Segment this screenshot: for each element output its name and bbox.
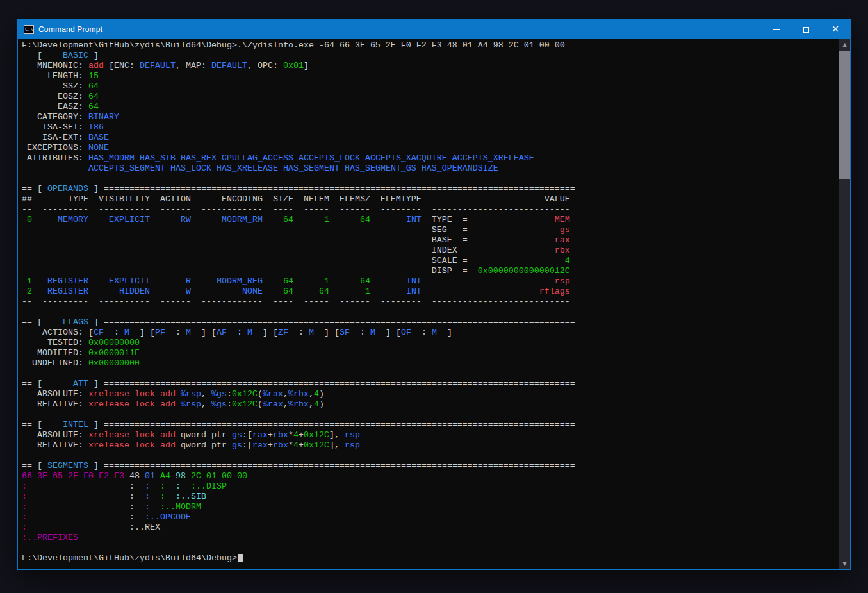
console-text-segment: ] [88, 461, 104, 471]
console-text-segment: ABSOLUTE: [22, 430, 88, 440]
console-text-segment: 4 [293, 430, 299, 440]
console-text-segment: M [124, 328, 129, 337]
console-text-segment: INT [370, 276, 422, 286]
console-text-segment [422, 287, 539, 296]
console-text-segment: SEGMENTS [47, 461, 88, 471]
console-text-segment: CATEGORY: [22, 112, 88, 122]
console-text-segment: : [135, 481, 150, 491]
console-line: : : : :..MODRM [22, 502, 839, 512]
console-area[interactable]: F:\Development\GitHub\zydis\Build64\Debu… [18, 39, 850, 569]
console-text-segment: gs [232, 440, 242, 450]
console-text-segment: : [129, 492, 135, 501]
console-text-segment: : [288, 328, 309, 337]
console-line: TESTED: 0x00000000 [22, 338, 839, 348]
console-text-segment [176, 399, 181, 409]
console-text-segment: + [299, 430, 304, 440]
console-text-segment: REGISTER HIDDEN W NONE [32, 287, 263, 296]
console-line: 1 REGISTER EXPLICIT R MODRM_REG 64 1 64 … [22, 276, 839, 287]
console-text-segment: :..REX [129, 522, 160, 532]
console-text-segment: 0x0000011F [88, 348, 140, 358]
console-text-segment: 0x00000000 [88, 358, 140, 368]
scroll-down-button[interactable]: ▼ [839, 558, 850, 569]
console-text-segment: :[ [242, 430, 252, 440]
console-line: -- --------- ---------- ------ ---------… [22, 205, 839, 215]
console-text-segment: AF [217, 328, 227, 337]
console-text-segment: 0x01 [283, 61, 304, 71]
console-text-segment: M [186, 328, 191, 337]
console-text-segment: rax [252, 440, 268, 450]
console-text-segment: 4 [293, 440, 299, 450]
console-text-segment: rflags [539, 287, 570, 296]
console-line: == [ OPERANDS ] ========================… [22, 184, 839, 194]
console-text-segment: ZF [278, 328, 288, 337]
console-text-segment: * [288, 440, 293, 450]
console-text-segment: 64 1 64 [263, 276, 370, 286]
console-line: BASE = rax [22, 235, 839, 246]
console-line: : : : : : :..DISP [22, 481, 839, 492]
console-text: F:\Development\GitHub\zydis\Build64\Debu… [22, 40, 839, 569]
console-text-segment: %rbx [288, 399, 309, 409]
scrollbar[interactable]: ▲ ▼ [839, 39, 850, 569]
title-bar[interactable]: C:\ Command Prompt × [18, 20, 850, 39]
maximize-button[interactable] [791, 20, 821, 39]
scroll-up-button[interactable]: ▲ [839, 39, 850, 50]
console-text-segment: : [22, 522, 27, 532]
console-text-segment: RELATIVE: [22, 399, 88, 409]
minimize-button[interactable] [762, 20, 791, 39]
console-text-segment: ] [88, 51, 104, 60]
console-line: EASZ: 64 [22, 102, 839, 112]
console-line: MODIFIED: 0x0000011F [22, 348, 839, 358]
console-text-segment: INT [370, 215, 422, 224]
console-line: 2 REGISTER HIDDEN W NONE 64 64 1 INT rfl… [22, 287, 839, 297]
console-text-segment: DEFAULT [140, 61, 176, 71]
console-line: RELATIVE: xrelease lock add %rsp, %gs:0x… [22, 399, 839, 410]
console-text-segment: gs [232, 430, 242, 440]
console-text-segment: ] [88, 184, 104, 194]
console-line: ACCEPTS_SEGMENT HAS_LOCK HAS_XRELEASE HA… [22, 163, 839, 174]
console-text-segment: ATT [47, 379, 88, 388]
console-text-segment: ] [437, 328, 452, 337]
console-text-segment: SEG = [432, 225, 468, 235]
console-text-segment: 0x00000000 [88, 338, 140, 347]
console-text-segment: 1 [22, 276, 32, 286]
caption-buttons: × [762, 20, 850, 39]
cmd-icon[interactable]: C:\ [24, 25, 34, 34]
console-text-segment: -- --------- ---------- ------ ---------… [22, 297, 570, 306]
text-cursor [238, 554, 243, 562]
console-text-segment: ISA-EXT: [22, 133, 88, 142]
console-text-segment: , OPC: [247, 61, 283, 71]
console-text-segment: BASE = [432, 235, 468, 245]
scrollbar-thumb[interactable] [839, 51, 850, 179]
console-text-segment: INT [370, 287, 422, 296]
console-text-segment: ] [88, 379, 104, 388]
console-text-segment: qword ptr [176, 430, 232, 440]
console-text-segment: , [309, 399, 314, 409]
console-text-segment: 64 [88, 81, 99, 91]
console-text-segment: ] [88, 420, 104, 430]
console-line: == [ SEGMENTS ] ========================… [22, 461, 839, 471]
console-text-segment: -- --------- ---------- ------ ---------… [22, 205, 570, 214]
console-text-segment: == [ [22, 317, 47, 327]
console-line [22, 410, 839, 420]
console-text-segment: ] [304, 61, 309, 71]
console-text-segment: 64 1 64 [263, 215, 370, 224]
console-text-segment: 98 [170, 471, 186, 481]
console-text-segment: ## TYPE VISIBILITY ACTION ENCODING SIZE … [22, 194, 422, 204]
console-text-segment: xrelease lock add [88, 440, 176, 450]
console-text-segment: : [165, 481, 181, 491]
console-text-segment: 0x000000000000012C [478, 266, 570, 276]
console-text-segment: 0x12C [232, 399, 258, 409]
console-text-segment: : [22, 481, 27, 491]
console-text-segment: rbx [273, 440, 288, 450]
console-text-segment: rsp [345, 440, 360, 450]
console-text-segment: CF [94, 328, 104, 337]
console-text-segment: :..PREFIXES [22, 533, 78, 542]
console-text-segment: ] [ [375, 328, 401, 337]
console-text-segment: %rsp [181, 399, 201, 409]
console-text-segment [468, 256, 565, 265]
console-text-segment: DISP = [432, 266, 468, 276]
close-button[interactable]: × [821, 20, 850, 39]
console-text-segment: ABSOLUTE: [22, 389, 88, 399]
console-line: : : : : :..SIB [22, 492, 839, 502]
console-text-segment: TYPE = [422, 215, 468, 224]
